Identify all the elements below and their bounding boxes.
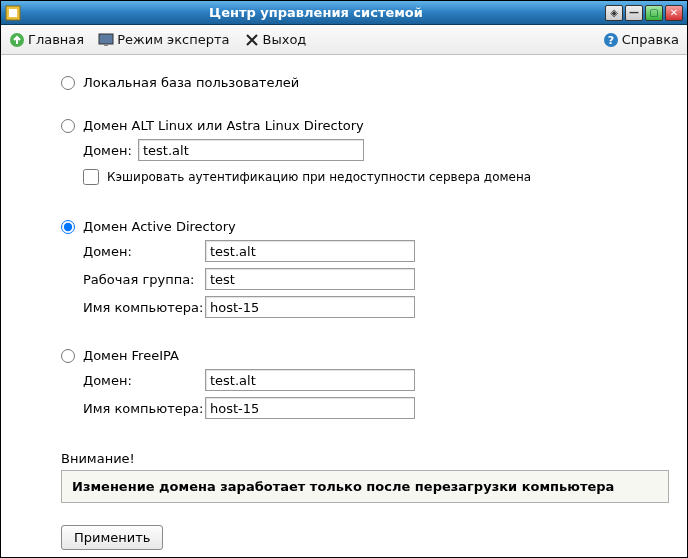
svg-rect-3: [99, 34, 113, 44]
radio-local[interactable]: Локальная база пользователей: [61, 75, 669, 90]
window: Центр управления системой ◈ — ▢ ✕ Главна…: [0, 0, 688, 558]
titlebar: Центр управления системой ◈ — ▢ ✕: [1, 1, 687, 25]
expert-label: Режим эксперта: [117, 32, 229, 47]
alt-cache-checkbox[interactable]: [83, 169, 99, 185]
titlebar-buttons: ◈ — ▢ ✕: [605, 5, 683, 21]
ad-domain-input[interactable]: [205, 240, 415, 262]
radio-alt-input[interactable]: [61, 119, 75, 133]
ipa-domain-input[interactable]: [205, 369, 415, 391]
alt-cache-label: Кэшировать аутентификацию при недоступно…: [107, 170, 531, 184]
app-icon: [5, 5, 21, 21]
radio-local-label: Локальная база пользователей: [83, 75, 299, 90]
radio-ad-input[interactable]: [61, 220, 75, 234]
alt-fields: Домен:: [83, 139, 669, 161]
home-label: Главная: [28, 32, 84, 47]
warning-box: Изменение домена заработает только после…: [61, 470, 669, 503]
maximize-button[interactable]: ▢: [645, 5, 663, 21]
radio-ad[interactable]: Домен Active Directory: [61, 219, 669, 234]
radio-ipa[interactable]: Домен FreeIPA: [61, 348, 669, 363]
radio-alt-label: Домен ALT Linux или Astra Linux Director…: [83, 118, 364, 133]
ad-hostname-input[interactable]: [205, 296, 415, 318]
expert-mode-button[interactable]: Режим эксперта: [98, 32, 229, 48]
svg-rect-4: [104, 44, 108, 46]
ad-workgroup-input[interactable]: [205, 268, 415, 290]
radio-alt[interactable]: Домен ALT Linux или Astra Linux Director…: [61, 118, 669, 133]
radio-ipa-input[interactable]: [61, 349, 75, 363]
ipa-hostname-input[interactable]: [205, 397, 415, 419]
help-icon: ?: [603, 32, 619, 48]
radio-ad-label: Домен Active Directory: [83, 219, 236, 234]
svg-rect-1: [9, 9, 17, 17]
ad-hostname-label: Имя компьютера:: [83, 300, 205, 315]
warning-text: Изменение домена заработает только после…: [72, 479, 614, 494]
exit-icon: [244, 32, 260, 48]
minimize-button[interactable]: —: [625, 5, 643, 21]
ad-workgroup-label: Рабочая группа:: [83, 272, 205, 287]
exit-button[interactable]: Выход: [244, 32, 307, 48]
ad-domain-label: Домен:: [83, 244, 205, 259]
radio-ipa-label: Домен FreeIPA: [83, 348, 179, 363]
window-title: Центр управления системой: [27, 5, 605, 20]
ipa-domain-label: Домен:: [83, 373, 205, 388]
ipa-fields: Домен: Имя компьютера:: [83, 369, 669, 419]
monitor-icon: [98, 32, 114, 48]
toolbar: Главная Режим эксперта Выход ? Справка: [1, 25, 687, 55]
alt-domain-input[interactable]: [138, 139, 364, 161]
ipa-hostname-label: Имя компьютера:: [83, 401, 205, 416]
close-button[interactable]: ✕: [665, 5, 683, 21]
home-button[interactable]: Главная: [9, 32, 84, 48]
alt-domain-label: Домен:: [83, 143, 138, 158]
ad-fields: Домен: Рабочая группа: Имя компьютера:: [83, 240, 669, 318]
svg-text:?: ?: [608, 34, 614, 47]
help-label: Справка: [622, 32, 679, 47]
content: Локальная база пользователей Домен ALT L…: [1, 55, 687, 557]
pin-button[interactable]: ◈: [605, 5, 623, 21]
alt-cache-row[interactable]: Кэшировать аутентификацию при недоступно…: [83, 169, 669, 185]
exit-label: Выход: [263, 32, 307, 47]
home-icon: [9, 32, 25, 48]
warning-title: Внимание!: [61, 451, 669, 466]
help-button[interactable]: ? Справка: [603, 32, 679, 48]
radio-local-input[interactable]: [61, 76, 75, 90]
apply-button[interactable]: Применить: [61, 525, 163, 550]
